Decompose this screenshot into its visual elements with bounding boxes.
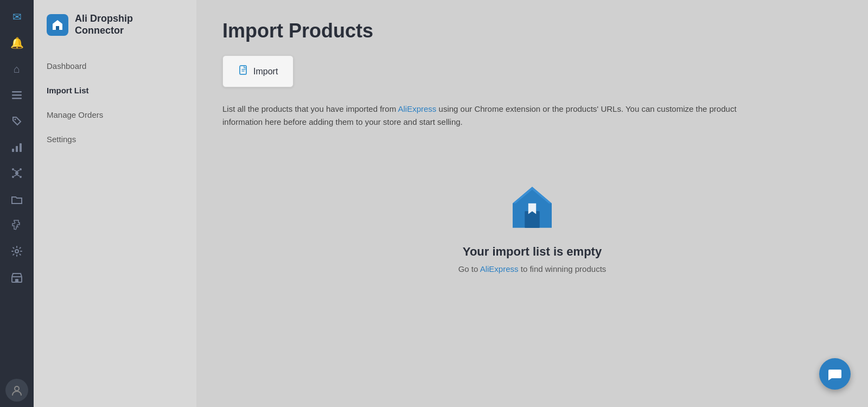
puzzle-icon[interactable] — [5, 214, 28, 237]
svg-rect-21 — [240, 66, 246, 74]
empty-state-subtitle: Go to AliExpress to find winning product… — [458, 264, 607, 274]
settings-gear-icon[interactable] — [5, 240, 28, 263]
page-title: Import Products — [222, 20, 842, 42]
nav-menu: Dashboard Import List Manage Orders Sett… — [34, 54, 196, 151]
svg-rect-0 — [12, 91, 22, 93]
svg-line-15 — [17, 175, 20, 176]
store-icon[interactable] — [5, 266, 28, 289]
description-prefix: List all the products that you have impo… — [222, 104, 396, 113]
nav-item-dashboard[interactable]: Dashboard — [34, 54, 196, 78]
list-icon[interactable] — [5, 84, 28, 106]
svg-point-19 — [15, 386, 19, 391]
chart-icon[interactable] — [5, 136, 28, 158]
svg-point-10 — [12, 176, 14, 178]
empty-state-icon — [508, 183, 557, 234]
empty-state-prefix: Go to — [458, 264, 480, 274]
svg-point-8 — [12, 168, 14, 170]
svg-point-11 — [20, 176, 22, 178]
chat-bubble-button[interactable] — [819, 358, 851, 390]
aliexpress-link-2[interactable]: AliExpress — [480, 264, 519, 274]
svg-point-7 — [15, 171, 18, 175]
aliexpress-link-1[interactable]: AliExpress — [398, 104, 437, 113]
mail-icon[interactable]: ✉ — [5, 5, 28, 28]
svg-line-13 — [17, 170, 20, 172]
empty-state-title: Your import list is empty — [463, 245, 602, 259]
svg-rect-6 — [20, 143, 22, 152]
user-avatar-icon[interactable] — [5, 379, 28, 402]
svg-point-9 — [20, 168, 22, 170]
svg-line-14 — [14, 175, 17, 176]
nav-sidebar: Ali Dropship Connector Dashboard Import … — [34, 0, 196, 407]
app-logo-icon — [47, 14, 68, 36]
svg-rect-25 — [525, 211, 540, 228]
svg-rect-18 — [15, 279, 18, 282]
svg-line-12 — [14, 170, 17, 172]
svg-rect-2 — [12, 98, 22, 99]
integration-icon[interactable] — [5, 162, 28, 185]
svg-point-3 — [15, 119, 16, 120]
import-button[interactable]: Import — [222, 55, 293, 87]
app-logo-text: Ali Dropship Connector — [75, 13, 183, 36]
description-text: List all the products that you have impo… — [222, 103, 765, 129]
nav-item-settings[interactable]: Settings — [34, 127, 196, 151]
import-file-icon — [238, 65, 249, 78]
empty-state: Your import list is empty Go to AliExpre… — [222, 161, 842, 295]
folder-icon[interactable] — [5, 188, 28, 211]
empty-state-suffix: to find winning products — [521, 264, 607, 274]
svg-point-16 — [15, 250, 18, 253]
svg-rect-1 — [12, 94, 22, 96]
bell-icon[interactable]: 🔔 — [5, 31, 28, 54]
icon-sidebar: ✉ 🔔 ⌂ — [0, 0, 34, 407]
svg-rect-4 — [12, 149, 14, 152]
nav-item-import-list[interactable]: Import List — [34, 78, 196, 103]
app-logo: Ali Dropship Connector — [34, 13, 196, 54]
import-button-label: Import — [253, 67, 278, 77]
svg-rect-20 — [56, 26, 59, 30]
svg-rect-5 — [16, 146, 18, 152]
main-content: Import Products Import List all the prod… — [196, 0, 868, 407]
home-icon[interactable]: ⌂ — [5, 58, 28, 80]
nav-item-manage-orders[interactable]: Manage Orders — [34, 103, 196, 127]
tag-icon[interactable] — [5, 110, 28, 132]
